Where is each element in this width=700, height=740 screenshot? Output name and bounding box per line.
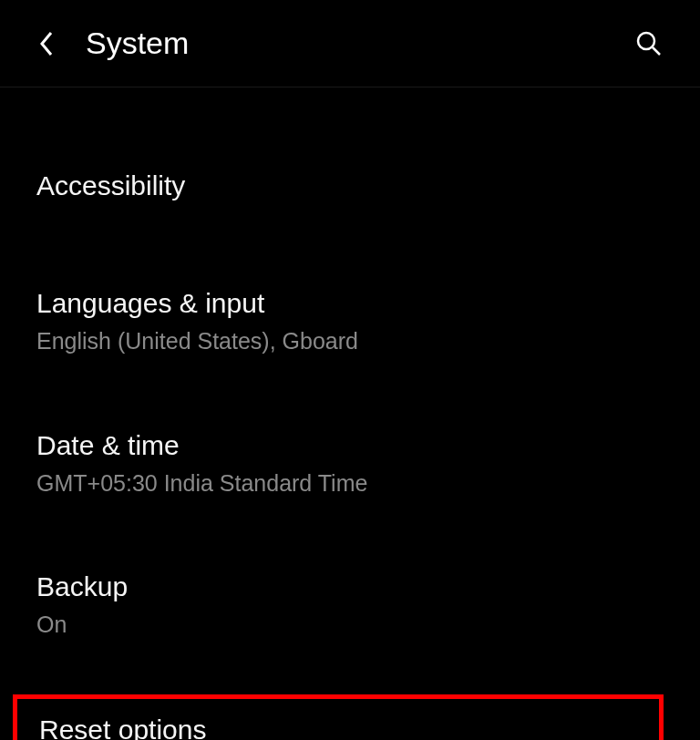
setting-title: Reset options — [39, 712, 637, 741]
header-left: System — [36, 26, 189, 61]
back-icon[interactable] — [36, 34, 57, 54]
setting-accessibility[interactable]: Accessibility — [0, 151, 700, 221]
setting-title: Languages & input — [36, 285, 664, 321]
settings-list: Accessibility Languages & input English … — [0, 87, 700, 740]
header-bar: System — [0, 0, 700, 87]
setting-title: Accessibility — [36, 168, 664, 203]
page-title: System — [86, 26, 189, 61]
svg-line-1 — [653, 47, 660, 55]
setting-subtitle: English (United States), Gboard — [36, 326, 664, 356]
setting-subtitle: On — [36, 610, 664, 640]
setting-backup[interactable]: Backup On — [0, 552, 700, 658]
setting-reset-options[interactable]: Reset options Network, apps, or device c… — [13, 694, 664, 741]
search-icon[interactable] — [634, 29, 664, 58]
svg-point-0 — [638, 33, 654, 49]
setting-title: Date & time — [36, 427, 664, 463]
setting-title: Backup — [36, 569, 664, 604]
setting-date-time[interactable]: Date & time GMT+05:30 India Standard Tim… — [0, 411, 700, 517]
setting-languages-input[interactable]: Languages & input English (United States… — [0, 269, 700, 375]
setting-subtitle: GMT+05:30 India Standard Time — [36, 468, 664, 498]
